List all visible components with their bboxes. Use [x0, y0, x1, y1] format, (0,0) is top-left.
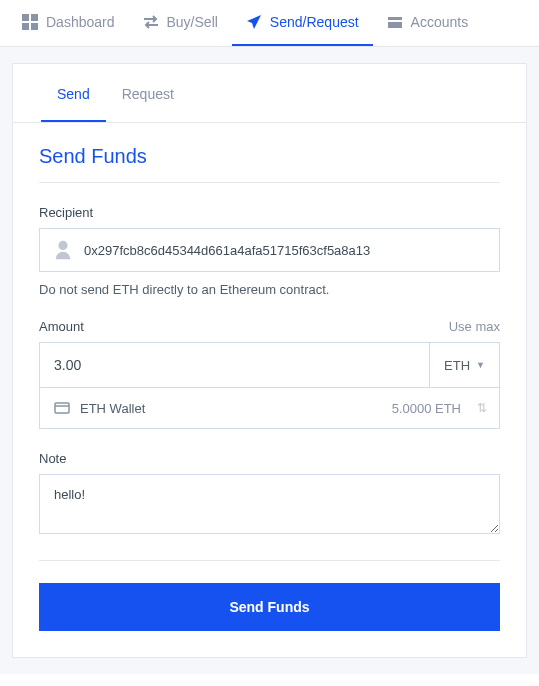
wallet-selector[interactable]: ETH Wallet 5.0000 ETH ⇅ — [40, 388, 499, 428]
recipient-label: Recipient — [39, 205, 93, 220]
card-tabs: Send Request — [13, 64, 526, 123]
send-funds-button[interactable]: Send Funds — [39, 583, 500, 631]
wallet-balance: 5.0000 ETH — [392, 401, 461, 416]
nav-accounts[interactable]: Accounts — [373, 0, 483, 46]
svg-rect-5 — [388, 22, 402, 28]
currency-selector[interactable]: ETH ▼ — [429, 343, 499, 387]
nav-label: Send/Request — [270, 14, 359, 30]
dashboard-icon — [22, 14, 38, 30]
avatar-icon — [52, 239, 74, 261]
amount-label: Amount — [39, 319, 84, 334]
card-body: Send Funds Recipient Do not send ETH dir… — [13, 123, 526, 657]
use-max-button[interactable]: Use max — [449, 319, 500, 334]
nav-buysell[interactable]: Buy/Sell — [129, 0, 232, 46]
svg-rect-0 — [22, 14, 29, 21]
amount-group: ETH ▼ ETH Wallet 5.0000 ETH ⇅ — [39, 342, 500, 429]
amount-input[interactable] — [40, 343, 429, 387]
sort-icon: ⇅ — [477, 401, 485, 415]
tab-send[interactable]: Send — [41, 64, 106, 122]
send-card: Send Request Send Funds Recipient Do not… — [12, 63, 527, 658]
send-icon — [246, 14, 262, 30]
svg-rect-4 — [388, 17, 402, 20]
recipient-hint: Do not send ETH directly to an Ethereum … — [39, 282, 500, 297]
recipient-input[interactable] — [84, 243, 487, 258]
divider — [39, 560, 500, 561]
svg-rect-3 — [31, 23, 38, 30]
nav-label: Dashboard — [46, 14, 115, 30]
wallet-icon — [54, 400, 70, 416]
currency-label: ETH — [444, 358, 470, 373]
svg-rect-1 — [31, 14, 38, 21]
nav-sendrequest[interactable]: Send/Request — [232, 0, 373, 46]
wallet-name: ETH Wallet — [80, 401, 382, 416]
nav-dashboard[interactable]: Dashboard — [8, 0, 129, 46]
top-nav: Dashboard Buy/Sell Send/Request Accounts — [0, 0, 539, 47]
page-background: Send Request Send Funds Recipient Do not… — [0, 47, 539, 674]
recipient-field[interactable] — [39, 228, 500, 272]
tab-request[interactable]: Request — [106, 64, 190, 122]
svg-rect-2 — [22, 23, 29, 30]
svg-rect-6 — [55, 403, 69, 413]
nav-label: Buy/Sell — [167, 14, 218, 30]
accounts-icon — [387, 14, 403, 30]
chevron-down-icon: ▼ — [476, 360, 485, 370]
exchange-icon — [143, 14, 159, 30]
page-title: Send Funds — [39, 145, 500, 183]
nav-label: Accounts — [411, 14, 469, 30]
note-label: Note — [39, 451, 66, 466]
note-input[interactable]: hello! — [39, 474, 500, 534]
